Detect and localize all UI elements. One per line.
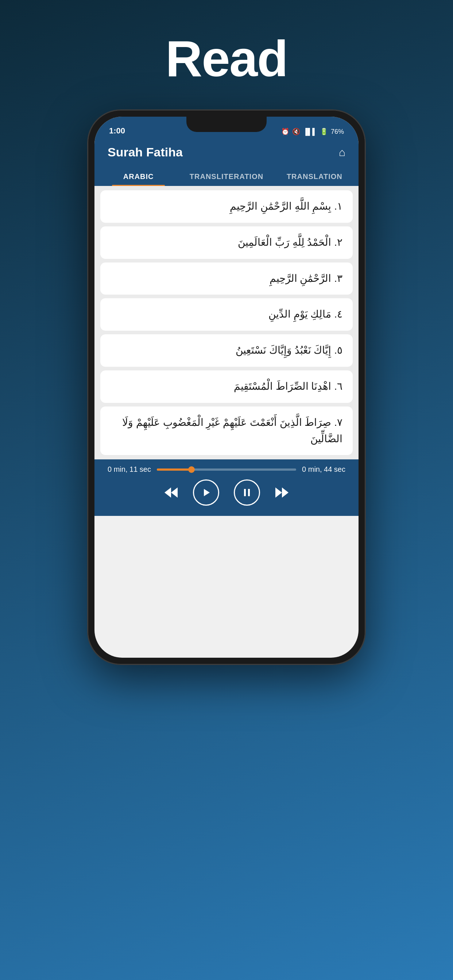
status-icons: ⏰ 🔇 ▐▌▌ 🔋 76%	[281, 127, 344, 135]
phone-notch	[187, 117, 266, 132]
verse-text-7: ٧. صِرَاطَ الَّذِينَ أَنْعَمْتَ عَلَيْهِ…	[110, 415, 343, 447]
svg-marker-0	[171, 487, 178, 498]
phone-screen: 1:00 ⏰ 🔇 ▐▌▌ 🔋 76% Surah Fatiha ⌂ ARABIC…	[94, 117, 359, 658]
signal-icon: ▐▌▌	[303, 128, 317, 135]
svg-marker-6	[282, 487, 289, 498]
battery-icon: 🔋	[320, 127, 328, 135]
media-player: 0 min, 11 sec 0 min, 44 sec	[94, 460, 359, 516]
svg-rect-4	[248, 489, 250, 496]
verse-card-5[interactable]: ٥. إِيَّاكَ نَعْبُدُ وَإِيَّاكَ نَسْتَعِ…	[100, 334, 353, 367]
pause-button[interactable]	[234, 479, 260, 506]
alarm-icon: ⏰	[281, 127, 289, 135]
mute-icon: 🔇	[292, 127, 300, 135]
tab-translation[interactable]: TRANSLATION	[271, 166, 359, 186]
progress-bar[interactable]	[157, 468, 296, 471]
verse-card-6[interactable]: ٦. اهْدِنَا الصِّرَاطَ الْمُسْتَقِيمَ	[100, 371, 353, 403]
verse-text-2: ٢. الْحَمْدُ لِلَّهِ رَبِّ الْعَالَمِينَ	[110, 234, 343, 251]
surah-title: Surah Fatiha	[108, 145, 183, 159]
svg-rect-3	[244, 489, 246, 496]
progress-fill	[157, 468, 192, 471]
verse-text-1: ١. بِسْمِ اللَّهِ الرَّحْمَٰنِ الرَّحِيم…	[110, 198, 343, 215]
progress-thumb[interactable]	[188, 466, 195, 473]
verse-card-1[interactable]: ١. بِسْمِ اللَّهِ الرَّحْمَٰنِ الرَّحِيم…	[100, 190, 353, 223]
verse-list: ١. بِسْمِ اللَّهِ الرَّحْمَٰنِ الرَّحِيم…	[94, 186, 359, 460]
svg-marker-2	[204, 489, 210, 496]
phone-frame: 1:00 ⏰ 🔇 ▐▌▌ 🔋 76% Surah Fatiha ⌂ ARABIC…	[88, 110, 365, 664]
play-button[interactable]	[193, 479, 219, 506]
time-current: 0 min, 11 sec	[108, 465, 151, 474]
verse-card-3[interactable]: ٣. الرَّحْمَٰنِ الرَّحِيمِ	[100, 262, 353, 295]
status-time: 1:00	[109, 126, 125, 135]
tabs-bar: ARABIC TRANSLITERATION TRANSLATION	[94, 166, 359, 186]
verse-card-2[interactable]: ٢. الْحَمْدُ لِلَّهِ رَبِّ الْعَالَمِينَ	[100, 226, 353, 259]
fast-forward-button[interactable]	[274, 486, 289, 499]
home-icon[interactable]: ⌂	[339, 146, 345, 159]
verse-card-7[interactable]: ٧. صِرَاطَ الَّذِينَ أَنْعَمْتَ عَلَيْهِ…	[100, 407, 353, 455]
app-header: Surah Fatiha ⌂	[94, 138, 359, 166]
tab-arabic[interactable]: ARABIC	[94, 166, 182, 186]
verse-text-5: ٥. إِيَّاكَ نَعْبُدُ وَإِيَّاكَ نَسْتَعِ…	[110, 342, 343, 359]
svg-marker-5	[275, 487, 282, 498]
playback-controls	[108, 479, 345, 506]
battery-level: 76%	[331, 128, 344, 135]
time-total: 0 min, 44 sec	[302, 465, 345, 474]
verse-text-3: ٣. الرَّحْمَٰنِ الرَّحِيمِ	[110, 270, 343, 287]
progress-row: 0 min, 11 sec 0 min, 44 sec	[108, 465, 345, 474]
page-title: Read	[166, 29, 287, 88]
tab-transliteration[interactable]: TRANSLITERATION	[182, 166, 270, 186]
verse-text-6: ٦. اهْدِنَا الصِّرَاطَ الْمُسْتَقِيمَ	[110, 379, 343, 395]
svg-marker-1	[164, 487, 171, 498]
verse-text-4: ٤. مَالِكِ يَوْمِ الدِّينِ	[110, 306, 343, 323]
rewind-button[interactable]	[164, 486, 179, 499]
verse-card-4[interactable]: ٤. مَالِكِ يَوْمِ الدِّينِ	[100, 298, 353, 331]
